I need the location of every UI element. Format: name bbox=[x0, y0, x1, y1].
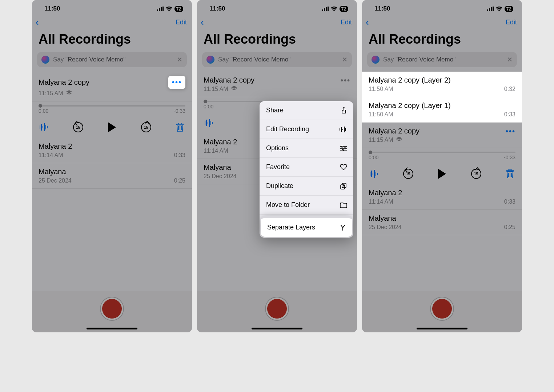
svg-rect-19 bbox=[212, 122, 213, 124]
recording-title: Malyana bbox=[204, 163, 231, 172]
share-icon bbox=[341, 107, 347, 114]
svg-rect-20 bbox=[340, 128, 340, 131]
svg-rect-36 bbox=[373, 173, 373, 175]
status-bar: 11:50 72 bbox=[32, 0, 192, 13]
split-icon bbox=[340, 225, 346, 231]
svg-rect-21 bbox=[341, 127, 342, 132]
close-icon[interactable]: ✕ bbox=[177, 56, 182, 64]
trash-icon[interactable] bbox=[174, 122, 185, 133]
back-button[interactable]: ‹ bbox=[201, 17, 204, 28]
menu-favorite[interactable]: Favorite bbox=[260, 158, 353, 177]
siri-suggestion[interactable]: Say "Record Voice Memo" ✕ bbox=[202, 52, 352, 67]
svg-rect-37 bbox=[374, 170, 375, 178]
edit-button[interactable]: Edit bbox=[341, 19, 352, 26]
svg-rect-6 bbox=[43, 126, 43, 128]
recording-time: 11:14 AM bbox=[204, 148, 228, 154]
recording-title: Malyana 2 bbox=[369, 189, 402, 197]
svg-rect-23 bbox=[344, 127, 345, 132]
more-button[interactable]: ••• bbox=[506, 128, 515, 135]
home-indicator[interactable] bbox=[87, 328, 137, 329]
recording-title: Malyana 2 copy bbox=[39, 78, 89, 87]
record-button[interactable] bbox=[101, 297, 123, 320]
waveform-icon[interactable] bbox=[204, 117, 214, 128]
recording-item-layer-1[interactable]: Malyana 2 copy (Layer 1) 11:50 AM 0:33 bbox=[362, 97, 522, 123]
context-menu: Share Edit Recording Options Favorite Du… bbox=[260, 101, 353, 238]
recording-time: 25 Dec 2024 bbox=[204, 173, 237, 180]
more-button[interactable]: ••• bbox=[341, 77, 350, 84]
time-remaining: -0:33 bbox=[174, 108, 185, 114]
svg-rect-3 bbox=[162, 7, 164, 11]
recording-item-layer-2[interactable]: Malyana 2 copy (Layer 2) 11:50 AM 0:32 bbox=[362, 72, 522, 97]
menu-separate-layers[interactable]: Separate Layers bbox=[261, 216, 352, 237]
edit-button[interactable]: Edit bbox=[176, 19, 187, 26]
play-button[interactable] bbox=[107, 122, 117, 133]
play-button[interactable] bbox=[437, 168, 447, 179]
folder-icon bbox=[340, 203, 347, 208]
recording-item-expanded[interactable]: Malyana 2 copy ••• 11:15 AM bbox=[362, 123, 522, 148]
progress-slider[interactable] bbox=[39, 105, 185, 107]
siri-suggestion[interactable]: Say "Record Voice Memo" ✕ bbox=[37, 52, 187, 67]
edit-button[interactable]: Edit bbox=[506, 19, 517, 26]
status-time: 11:50 bbox=[209, 5, 225, 12]
recording-item[interactable]: Malyana 25 Dec 2024 0:25 bbox=[362, 210, 522, 235]
back-button[interactable]: ‹ bbox=[36, 17, 39, 28]
menu-duplicate[interactable]: Duplicate bbox=[260, 177, 353, 196]
time-elapsed: 0:00 bbox=[204, 104, 213, 109]
recording-item[interactable]: Malyana 2 11:14 AM 0:33 bbox=[362, 184, 522, 210]
wifi-icon bbox=[496, 7, 502, 11]
recording-item[interactable]: Malyana 2 11:14 AM 0:33 bbox=[32, 138, 192, 163]
waveform-icon[interactable] bbox=[369, 168, 380, 179]
recording-time: 11:50 AM bbox=[369, 86, 393, 92]
recording-time: 11:15 AM bbox=[369, 137, 393, 143]
recording-item-expanded[interactable]: Malyana 2 copy ••• 11:15 AM bbox=[197, 72, 357, 97]
back-button[interactable]: ‹ bbox=[366, 17, 369, 28]
recording-time: 25 Dec 2024 bbox=[39, 177, 72, 184]
recording-item[interactable]: Malyana 25 Dec 2024 0:25 bbox=[32, 163, 192, 189]
skip-forward-15-button[interactable]: 15 bbox=[141, 122, 151, 132]
wifi-icon bbox=[166, 7, 172, 11]
svg-rect-14 bbox=[205, 121, 205, 125]
menu-share[interactable]: Share bbox=[260, 101, 353, 120]
player-panel: 0:00 -0:33 15 15 bbox=[362, 152, 522, 184]
battery-icon: 72 bbox=[174, 6, 183, 12]
more-button[interactable]: ••• bbox=[168, 76, 185, 89]
skip-forward-15-button[interactable]: 15 bbox=[471, 169, 481, 179]
close-icon[interactable]: ✕ bbox=[507, 56, 513, 64]
waveform-icon[interactable] bbox=[39, 122, 49, 133]
siri-icon bbox=[372, 56, 380, 64]
skip-back-15-button[interactable]: 15 bbox=[403, 169, 413, 179]
menu-move-to-folder[interactable]: Move to Folder bbox=[260, 196, 353, 215]
page-title: All Recordings bbox=[197, 30, 357, 52]
recording-item-expanded[interactable]: Malyana 2 copy ••• 11:15 AM bbox=[32, 72, 192, 101]
recording-duration: 0:33 bbox=[174, 152, 185, 159]
svg-rect-16 bbox=[208, 122, 208, 124]
recording-time: 11:15 AM bbox=[204, 86, 228, 92]
close-icon[interactable]: ✕ bbox=[342, 56, 348, 64]
svg-rect-4 bbox=[40, 125, 40, 129]
svg-rect-13 bbox=[328, 7, 329, 11]
svg-rect-12 bbox=[326, 7, 327, 11]
recording-duration: 0:25 bbox=[504, 224, 515, 231]
record-button[interactable] bbox=[266, 297, 288, 320]
home-indicator[interactable] bbox=[417, 328, 467, 329]
recording-duration: 0:33 bbox=[504, 111, 515, 118]
recording-title: Malyana bbox=[39, 168, 66, 176]
layers-icon bbox=[231, 86, 237, 91]
menu-edit-recording[interactable]: Edit Recording bbox=[260, 120, 353, 139]
record-button[interactable] bbox=[431, 297, 453, 320]
record-footer bbox=[32, 291, 192, 332]
svg-rect-10 bbox=[322, 9, 323, 11]
svg-rect-22 bbox=[342, 129, 343, 130]
svg-rect-35 bbox=[371, 171, 372, 177]
svg-rect-7 bbox=[44, 123, 45, 131]
recording-duration: 0:32 bbox=[504, 86, 515, 92]
recording-title: Malyana 2 copy bbox=[204, 76, 254, 84]
skip-back-15-button[interactable]: 15 bbox=[73, 122, 83, 132]
home-indicator[interactable] bbox=[252, 328, 302, 329]
layers-icon bbox=[66, 90, 72, 95]
trash-icon[interactable] bbox=[505, 168, 515, 179]
progress-slider[interactable] bbox=[369, 152, 515, 153]
menu-options[interactable]: Options bbox=[260, 139, 353, 158]
siri-suggestion[interactable]: Say "Record Voice Memo" ✕ bbox=[367, 52, 517, 67]
waveform-edit-icon bbox=[340, 127, 347, 132]
